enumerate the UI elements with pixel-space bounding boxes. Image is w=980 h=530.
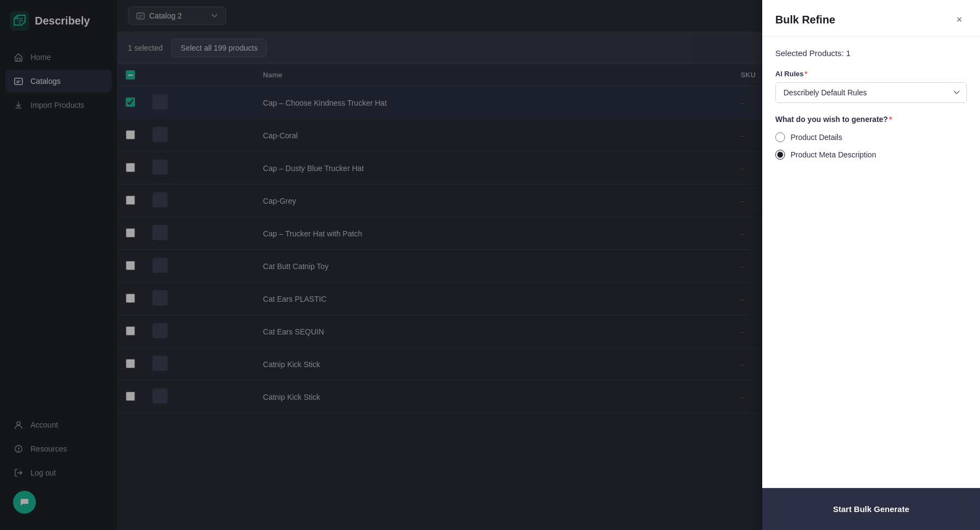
row-checkbox[interactable] (126, 196, 135, 205)
bulk-refine-panel: Bulk Refine × Selected Products: 1 AI Ru… (762, 0, 980, 530)
row-name: Cap-Grey (254, 185, 732, 217)
th-checkbox (117, 64, 144, 87)
row-image-cell (144, 87, 254, 119)
panel-body: Selected Products: 1 AI Rules* Describel… (762, 36, 980, 488)
row-checkbox-cell (117, 283, 144, 315)
ai-rules-select[interactable]: Describely Default Rules (775, 82, 967, 103)
logo-text: Describely (35, 15, 90, 27)
select-all-checkbox[interactable] (126, 70, 135, 80)
radio-item-meta-description[interactable]: Product Meta Description (775, 150, 967, 160)
row-checkbox-cell (117, 152, 144, 185)
product-image-placeholder (152, 388, 168, 404)
logo: Describely (0, 0, 117, 41)
generate-options-group: Product Details Product Meta Description (775, 132, 967, 160)
row-checkbox[interactable] (126, 130, 135, 139)
radio-item-product-details[interactable]: Product Details (775, 132, 967, 142)
product-image-placeholder (152, 356, 168, 371)
th-name: Name (254, 64, 732, 87)
row-checkbox[interactable] (126, 228, 135, 237)
panel-footer: Start Bulk Generate (762, 488, 980, 530)
product-image-placeholder (152, 290, 168, 306)
ai-rules-label: AI Rules* (775, 70, 967, 78)
panel-header: Bulk Refine × (762, 0, 980, 36)
radio-meta-description[interactable] (775, 150, 785, 160)
row-checkbox[interactable] (126, 294, 135, 303)
radio-product-details[interactable] (775, 132, 785, 142)
sidebar-item-home[interactable]: Home (5, 46, 112, 69)
row-checkbox[interactable] (126, 98, 135, 107)
row-image-cell (144, 283, 254, 315)
row-image-cell (144, 315, 254, 348)
row-checkbox-cell (117, 87, 144, 119)
row-image-cell (144, 185, 254, 217)
account-icon (13, 419, 24, 430)
select-all-button[interactable]: Select all 199 products (171, 39, 267, 57)
sidebar-item-home-label: Home (30, 53, 51, 62)
chat-bubble-button[interactable] (13, 491, 36, 514)
generate-question: What do you wish to generate?* (775, 115, 967, 124)
row-checkbox-cell (117, 381, 144, 413)
product-image-placeholder (152, 192, 168, 208)
row-checkbox-cell (117, 250, 144, 283)
sidebar-nav: Home Catalogs Import Products (0, 41, 117, 408)
row-image-cell (144, 250, 254, 283)
product-image-placeholder (152, 258, 168, 273)
product-image-placeholder (152, 160, 168, 175)
sidebar-item-account-label: Account (30, 421, 58, 429)
radio-meta-description-label: Product Meta Description (791, 150, 876, 159)
row-checkbox-cell (117, 119, 144, 152)
catalog-name: Catalog 2 (149, 11, 182, 20)
row-image-cell (144, 381, 254, 413)
catalogs-icon (13, 76, 24, 87)
row-checkbox-cell (117, 348, 144, 381)
sidebar-item-resources[interactable]: Resources (5, 437, 112, 460)
product-image-placeholder (152, 94, 168, 109)
panel-selected-count: Selected Products: 1 (775, 48, 967, 58)
catalog-selector[interactable]: Catalog 2 (128, 7, 226, 25)
sidebar-item-logout-label: Log out (30, 468, 56, 477)
resources-icon (13, 443, 24, 454)
sidebar-bottom: Account Resources Log out (0, 408, 117, 530)
sidebar: Describely Home Catalogs (0, 0, 117, 530)
row-name: Cap – Choose Kindness Trucker Hat (254, 87, 732, 119)
row-checkbox[interactable] (126, 261, 135, 270)
radio-product-details-label: Product Details (791, 133, 842, 142)
row-checkbox[interactable] (126, 163, 135, 172)
th-image (144, 64, 254, 87)
row-checkbox-cell (117, 217, 144, 250)
ai-rules-required-star: * (805, 70, 807, 78)
sidebar-item-account[interactable]: Account (5, 413, 112, 436)
row-image-cell (144, 119, 254, 152)
row-image-cell (144, 217, 254, 250)
sidebar-item-logout[interactable]: Log out (5, 461, 112, 484)
catalog-icon (136, 11, 145, 20)
product-image-placeholder (152, 127, 168, 142)
product-image-placeholder (152, 225, 168, 240)
sidebar-item-resources-label: Resources (30, 444, 67, 453)
row-image-cell (144, 348, 254, 381)
row-name: Cat Ears PLASTIC (254, 283, 732, 315)
row-image-cell (144, 152, 254, 185)
sidebar-item-import-products[interactable]: Import Products (5, 94, 112, 117)
logo-icon (10, 11, 29, 31)
panel-close-button[interactable]: × (952, 12, 967, 27)
sidebar-item-catalogs-label: Catalogs (30, 77, 60, 86)
generate-required-star: * (889, 115, 892, 124)
row-name: Cat Butt Catnip Toy (254, 250, 732, 283)
row-checkbox[interactable] (126, 359, 135, 368)
row-name: Catnip Kick Stick (254, 348, 732, 381)
svg-point-9 (19, 450, 19, 451)
import-icon (13, 100, 24, 111)
row-name: Cat Ears SEQUIN (254, 315, 732, 348)
row-name: Cap – Trucker Hat with Patch (254, 217, 732, 250)
logout-icon (13, 467, 24, 478)
row-checkbox[interactable] (126, 326, 135, 336)
selected-count: 1 selected (128, 44, 163, 52)
sidebar-item-import-label: Import Products (30, 101, 84, 109)
row-name: Cap – Dusty Blue Trucker Hat (254, 152, 732, 185)
sidebar-item-catalogs[interactable]: Catalogs (5, 70, 112, 93)
start-bulk-generate-button[interactable]: Start Bulk Generate (775, 497, 967, 521)
row-checkbox[interactable] (126, 392, 135, 401)
home-icon (13, 52, 24, 63)
row-checkbox-cell (117, 185, 144, 217)
